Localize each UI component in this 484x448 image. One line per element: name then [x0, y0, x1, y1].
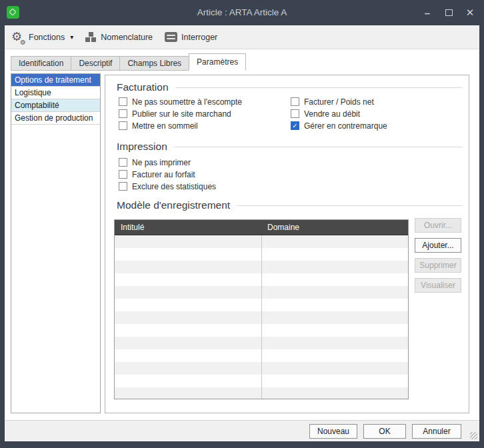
drawer-icon — [165, 32, 177, 42]
checkbox-publier-site-marchand[interactable]: Publier sur le site marchand — [119, 109, 231, 119]
checkbox-box[interactable] — [291, 97, 299, 106]
checkbox-ne-pas-soumettre-escompte[interactable]: Ne pas soumettre à l'escompte — [119, 97, 242, 107]
nouveau-button[interactable]: Nouveau — [309, 424, 357, 439]
sidebar-item-comptabilite[interactable]: Comptabilité — [11, 99, 100, 112]
close-icon[interactable]: ✕ — [464, 6, 476, 19]
checkbox-label: Facturer au forfait — [132, 170, 195, 179]
column-header-intitule[interactable]: Intitulé — [115, 220, 261, 235]
checkbox-box[interactable] — [291, 109, 299, 118]
window-body: ⚙ ⚙ Fonctions ▾ Nomenclature Interroger … — [5, 25, 479, 441]
cubes-icon — [85, 32, 97, 43]
chevron-down-icon: ▾ — [70, 33, 73, 41]
checkbox-box-checked[interactable]: ✓ — [291, 121, 299, 130]
minimize-icon[interactable]: – — [421, 6, 433, 19]
visualiser-button[interactable]: Visualiser — [415, 278, 461, 293]
checkbox-box[interactable] — [119, 170, 127, 179]
section-impression-header: Impression — [117, 141, 462, 153]
supprimer-button[interactable]: Supprimer — [415, 258, 461, 273]
table-body — [115, 235, 408, 399]
checkbox-label: Gérer en contremarque — [304, 121, 387, 131]
section-rule — [237, 205, 462, 206]
section-rule — [175, 87, 462, 88]
checkbox-facturer-au-forfait[interactable]: Facturer au forfait — [119, 169, 195, 179]
column-divider — [261, 235, 262, 399]
section-rule — [174, 147, 462, 147]
column-header-domaine[interactable]: Domaine — [261, 220, 408, 235]
sidebar-item-gestion-de-production[interactable]: Gestion de production — [11, 112, 100, 125]
tab-strip: Identification Descriptif Champs Libres … — [11, 53, 246, 71]
section-modele-header: Modèle d'enregistrement — [117, 199, 462, 211]
toolbar-item-label: Nomenclature — [101, 33, 153, 42]
toolbar-item-interroger[interactable]: Interroger — [165, 32, 217, 42]
toolbar-item-nomenclature[interactable]: Nomenclature — [85, 32, 153, 43]
sidebar-item-logistique[interactable]: Logistique — [11, 87, 100, 99]
main-panel: Facturation Ne pas soumettre à l'escompt… — [105, 75, 469, 413]
modele-table: Intitulé Domaine — [114, 219, 409, 399]
checkbox-label: Facturer / Poids net — [304, 97, 374, 107]
resize-grip-icon[interactable] — [470, 432, 477, 439]
table-header: Intitulé Domaine — [115, 220, 408, 235]
footer-buttons: Nouveau OK Annuler — [309, 424, 461, 439]
toolbar-item-label: Fonctions — [29, 33, 65, 42]
sidebar: Options de traitement Logistique Comptab… — [11, 73, 101, 413]
ouvrir-button[interactable]: Ouvrir... — [415, 218, 461, 233]
checkbox-ne-pas-imprimer[interactable]: Ne pas imprimer — [119, 157, 191, 167]
section-facturation-header: Facturation — [117, 81, 462, 93]
title-bar[interactable]: Article : ARTA Article A – ✕ — [0, 0, 484, 25]
toolbar-item-fonctions[interactable]: ⚙ ⚙ Fonctions ▾ — [11, 31, 73, 44]
screen: { "window": { "title": "Article : ARTA A… — [0, 0, 484, 448]
checkbox-label: Ne pas imprimer — [132, 158, 191, 167]
tab-descriptif[interactable]: Descriptif — [71, 56, 120, 71]
tab-champs-libres[interactable]: Champs Libres — [120, 56, 189, 71]
window-title: Article : ARTA Article A — [0, 0, 484, 25]
tab-parametres[interactable]: Paramètres — [189, 53, 246, 71]
section-title: Impression — [117, 141, 167, 153]
checkbox-box[interactable] — [119, 158, 127, 167]
checkbox-label: Ne pas soumettre à l'escompte — [132, 97, 242, 107]
footer-bar: Nouveau OK Annuler — [5, 420, 479, 441]
ok-button[interactable]: OK — [363, 424, 406, 439]
checkbox-label: Mettre en sommeil — [132, 121, 198, 131]
ajouter-button[interactable]: Ajouter... — [415, 238, 461, 253]
gear-icon: ⚙ ⚙ — [11, 31, 25, 44]
section-title: Modèle d'enregistrement — [117, 199, 230, 211]
checkbox-exclure-des-statistiques[interactable]: Exclure des statistiques — [119, 181, 216, 191]
section-title: Facturation — [117, 81, 169, 93]
checkbox-box[interactable] — [119, 97, 127, 106]
checkbox-label: Publier sur le site marchand — [132, 109, 231, 119]
sidebar-item-options-de-traitement[interactable]: Options de traitement — [11, 74, 100, 87]
checkbox-box[interactable] — [119, 121, 127, 130]
checkbox-gerer-en-contremarque[interactable]: ✓ Gérer en contremarque — [291, 121, 387, 131]
maximize-icon[interactable] — [443, 6, 455, 19]
window-controls: – ✕ — [421, 0, 476, 25]
annuler-button[interactable]: Annuler — [412, 424, 461, 439]
toolbar-item-label: Interroger — [181, 33, 217, 42]
checkbox-label: Exclure des statistiques — [132, 182, 216, 191]
checkbox-box[interactable] — [119, 182, 127, 191]
checkbox-box[interactable] — [119, 109, 127, 118]
checkbox-vendre-au-debit[interactable]: Vendre au débit — [291, 109, 360, 119]
checkbox-facturer-poids-net[interactable]: Facturer / Poids net — [291, 97, 374, 107]
checkbox-label: Vendre au débit — [304, 109, 360, 119]
toolbar: ⚙ ⚙ Fonctions ▾ Nomenclature Interroger — [5, 25, 479, 49]
checkbox-mettre-en-sommeil[interactable]: Mettre en sommeil — [119, 121, 198, 131]
tab-identification[interactable]: Identification — [11, 56, 71, 71]
